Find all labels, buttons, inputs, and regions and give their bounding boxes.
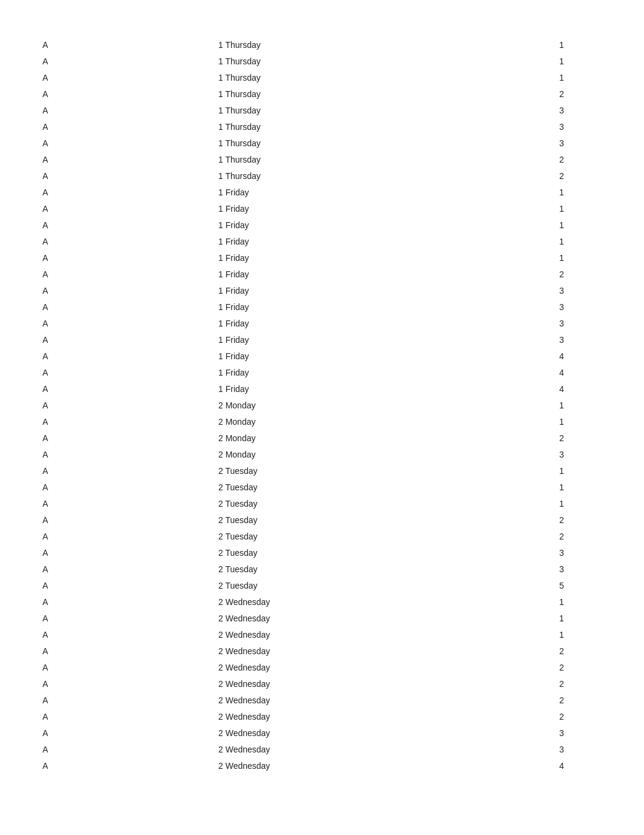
cell-col-c: 1 bbox=[509, 401, 570, 410]
cell-col-a: A bbox=[36, 532, 218, 541]
cell-col-c: 1 bbox=[509, 188, 570, 197]
cell-col-b: 1 Friday bbox=[218, 237, 509, 246]
table-row: A2 Wednesday2 bbox=[36, 643, 608, 659]
cell-col-c: 3 bbox=[509, 286, 570, 296]
cell-col-a: A bbox=[36, 614, 218, 623]
cell-col-b: 1 Friday bbox=[218, 319, 509, 328]
cell-col-c: 3 bbox=[509, 302, 570, 312]
cell-col-c: 2 bbox=[509, 515, 570, 525]
cell-col-c: 2 bbox=[509, 712, 570, 722]
cell-col-b: 2 Monday bbox=[218, 417, 509, 427]
table-row: A1 Thursday1 bbox=[36, 53, 608, 69]
cell-col-a: A bbox=[36, 319, 218, 328]
table-row: A1 Friday1 bbox=[36, 233, 608, 249]
table-row: A1 Friday4 bbox=[36, 380, 608, 397]
cell-col-b: 2 Tuesday bbox=[218, 515, 509, 525]
cell-col-a: A bbox=[36, 712, 218, 722]
cell-col-b: 1 Friday bbox=[218, 302, 509, 312]
cell-col-b: 1 Friday bbox=[218, 188, 509, 197]
cell-col-a: A bbox=[36, 73, 218, 83]
cell-col-a: A bbox=[36, 679, 218, 689]
cell-col-a: A bbox=[36, 351, 218, 361]
cell-col-c: 1 bbox=[509, 499, 570, 509]
cell-col-b: 1 Thursday bbox=[218, 40, 509, 50]
cell-col-c: 2 bbox=[509, 171, 570, 181]
cell-col-b: 2 Wednesday bbox=[218, 614, 509, 623]
cell-col-c: 1 bbox=[509, 417, 570, 427]
cell-col-a: A bbox=[36, 401, 218, 410]
table-row: A1 Thursday1 bbox=[36, 36, 608, 53]
cell-col-a: A bbox=[36, 188, 218, 197]
cell-col-b: 2 Wednesday bbox=[218, 630, 509, 640]
cell-col-c: 1 bbox=[509, 73, 570, 83]
cell-col-c: 3 bbox=[509, 728, 570, 738]
cell-col-b: 1 Friday bbox=[218, 286, 509, 296]
table-row: A2 Wednesday1 bbox=[36, 626, 608, 643]
cell-col-c: 3 bbox=[509, 745, 570, 754]
table-row: A1 Thursday2 bbox=[36, 167, 608, 184]
cell-col-a: A bbox=[36, 663, 218, 672]
cell-col-b: 2 Tuesday bbox=[218, 564, 509, 574]
cell-col-b: 1 Friday bbox=[218, 384, 509, 394]
cell-col-b: 2 Tuesday bbox=[218, 532, 509, 541]
cell-col-c: 2 bbox=[509, 89, 570, 99]
cell-col-a: A bbox=[36, 138, 218, 148]
cell-col-c: 1 bbox=[509, 466, 570, 476]
cell-col-b: 1 Friday bbox=[218, 220, 509, 230]
table-row: A2 Tuesday2 bbox=[36, 528, 608, 544]
table-row: A2 Wednesday4 bbox=[36, 757, 608, 774]
cell-col-a: A bbox=[36, 482, 218, 492]
cell-col-a: A bbox=[36, 122, 218, 132]
cell-col-b: 1 Friday bbox=[218, 368, 509, 377]
cell-col-a: A bbox=[36, 40, 218, 50]
cell-col-c: 4 bbox=[509, 761, 570, 771]
cell-col-c: 1 bbox=[509, 253, 570, 263]
table-row: A1 Thursday3 bbox=[36, 118, 608, 135]
cell-col-c: 1 bbox=[509, 237, 570, 246]
cell-col-c: 2 bbox=[509, 433, 570, 443]
table-row: A1 Thursday1 bbox=[36, 69, 608, 86]
cell-col-b: 2 Tuesday bbox=[218, 482, 509, 492]
cell-col-b: 2 Wednesday bbox=[218, 597, 509, 607]
cell-col-a: A bbox=[36, 220, 218, 230]
cell-col-a: A bbox=[36, 630, 218, 640]
cell-col-c: 1 bbox=[509, 614, 570, 623]
cell-col-b: 1 Friday bbox=[218, 351, 509, 361]
cell-col-a: A bbox=[36, 155, 218, 164]
cell-col-b: 1 Thursday bbox=[218, 138, 509, 148]
table-row: A1 Friday1 bbox=[36, 217, 608, 233]
cell-col-b: 1 Thursday bbox=[218, 106, 509, 115]
table-row: A1 Friday2 bbox=[36, 266, 608, 282]
table-row: A2 Monday1 bbox=[36, 397, 608, 413]
cell-col-a: A bbox=[36, 237, 218, 246]
cell-col-a: A bbox=[36, 450, 218, 459]
cell-col-c: 1 bbox=[509, 40, 570, 50]
cell-col-a: A bbox=[36, 564, 218, 574]
table-row: A2 Wednesday1 bbox=[36, 593, 608, 610]
cell-col-b: 2 Monday bbox=[218, 450, 509, 459]
cell-col-a: A bbox=[36, 106, 218, 115]
table-row: A1 Friday1 bbox=[36, 184, 608, 200]
table-row: A1 Thursday3 bbox=[36, 102, 608, 118]
cell-col-c: 2 bbox=[509, 663, 570, 672]
cell-col-c: 2 bbox=[509, 646, 570, 656]
cell-col-b: 2 Wednesday bbox=[218, 663, 509, 672]
cell-col-a: A bbox=[36, 417, 218, 427]
table-row: A1 Thursday3 bbox=[36, 135, 608, 151]
cell-col-c: 1 bbox=[509, 597, 570, 607]
cell-col-b: 1 Friday bbox=[218, 253, 509, 263]
cell-col-b: 2 Wednesday bbox=[218, 728, 509, 738]
cell-col-a: A bbox=[36, 204, 218, 214]
cell-col-b: 2 Tuesday bbox=[218, 581, 509, 590]
table-row: A2 Wednesday2 bbox=[36, 675, 608, 692]
table-row: A2 Tuesday2 bbox=[36, 512, 608, 528]
cell-col-c: 5 bbox=[509, 581, 570, 590]
cell-col-b: 1 Friday bbox=[218, 335, 509, 345]
data-table: A1 Thursday1A1 Thursday1A1 Thursday1A1 T… bbox=[0, 36, 644, 774]
table-row: A2 Wednesday3 bbox=[36, 741, 608, 757]
cell-col-b: 1 Thursday bbox=[218, 56, 509, 66]
table-row: A2 Tuesday5 bbox=[36, 577, 608, 593]
cell-col-a: A bbox=[36, 302, 218, 312]
cell-col-b: 1 Friday bbox=[218, 204, 509, 214]
cell-col-b: 2 Monday bbox=[218, 401, 509, 410]
